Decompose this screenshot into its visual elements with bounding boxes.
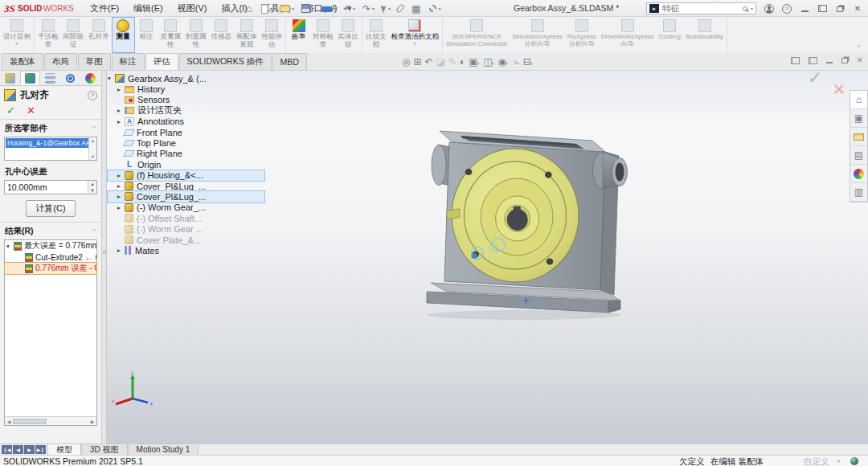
costing-button[interactable]: Costing: [657, 17, 683, 53]
unit-system-icon[interactable]: [850, 457, 858, 465]
search-dropdown-icon[interactable]: ▾: [751, 6, 753, 11]
close-button[interactable]: ✕: [849, 0, 866, 17]
feature-tree-item[interactable]: ▸ Mates: [108, 245, 264, 255]
login-button[interactable]: [760, 0, 778, 17]
options-icon[interactable]: ▾: [427, 2, 443, 16]
feature-tree-item[interactable]: ▸ (f) Housing_&<...: [108, 170, 264, 181]
zoom-area-icon[interactable]: ⊞: [413, 56, 421, 67]
results-list[interactable]: ▾ 最大误差 = 0.776mm Cut-Extrude2 ← Cover 0.…: [4, 239, 97, 426]
3dexperience-connector-button[interactable]: 3DEXPERIENCE Simulation Connector: [444, 17, 510, 53]
check-active-document-button[interactable]: 检查激活的文档 ▾: [389, 17, 442, 53]
hide-show-items-icon[interactable]: ◉▾: [497, 56, 508, 67]
view-palette-tab[interactable]: ▤: [850, 146, 867, 165]
sustainability-button[interactable]: Sustainability: [683, 17, 726, 53]
confirm-cancel-icon[interactable]: ✕: [833, 80, 845, 99]
propertymanager-tab[interactable]: [20, 71, 40, 85]
model-view-tab[interactable]: Motion Study 1: [128, 444, 199, 455]
performance-evaluation-button[interactable]: 性能评 估: [260, 17, 285, 53]
panel-splitter[interactable]: [102, 71, 107, 444]
design-study-button[interactable]: 设计算例 ▾: [1, 17, 33, 53]
section-view-icon[interactable]: ◪: [436, 56, 445, 67]
command-tab[interactable]: 标注: [112, 53, 145, 70]
expand-arrow-icon[interactable]: ▸: [117, 204, 125, 211]
new-document-icon[interactable]: ▾: [259, 2, 275, 16]
simulationxpress-button[interactable]: SimulationXpress 分析向导: [510, 17, 564, 53]
split-pane2-icon[interactable]: [809, 57, 817, 64]
doc-close-icon[interactable]: ✕: [857, 56, 863, 64]
previous-view-icon[interactable]: ↶: [425, 56, 433, 67]
split-pane-icon[interactable]: [791, 57, 800, 64]
minimize-button[interactable]: [796, 0, 813, 17]
expand-arrow-icon[interactable]: ▾: [108, 75, 115, 82]
save-icon[interactable]: ▾: [299, 2, 317, 16]
restore-button[interactable]: [831, 0, 849, 17]
measure-button[interactable]: 测量: [112, 17, 135, 53]
undo-icon[interactable]: ↶ ▾: [341, 2, 358, 16]
collapse-chevron-icon[interactable]: ⌃: [92, 228, 96, 235]
configurationmanager-tab[interactable]: [40, 71, 60, 85]
expand-arrow-icon[interactable]: ▸: [117, 118, 125, 125]
prev-tab-icon[interactable]: ◀: [13, 445, 23, 454]
command-tab[interactable]: 装配体: [2, 53, 43, 70]
floxpress-button[interactable]: FloXpress 分析向导: [565, 17, 599, 53]
expand-arrow-icon[interactable]: ▸: [117, 193, 125, 200]
design-library-tab[interactable]: ▣: [850, 109, 867, 128]
expand-arrow-icon[interactable]: ▸: [117, 247, 125, 254]
view-orientation-icon[interactable]: ▣▾: [469, 56, 480, 67]
menu-item[interactable]: 编辑(E): [126, 0, 170, 16]
feature-tree-item[interactable]: ▸ Cover_Pl&Lug_...: [108, 191, 264, 202]
open-icon[interactable]: ▾: [277, 2, 297, 16]
edit-appearance-icon[interactable]: ◐: [460, 56, 465, 67]
selected-component-item[interactable]: Housing_&-1@Gearbox Assy_&: [6, 138, 88, 148]
feature-tree-item[interactable]: Cover Plate_&...: [108, 235, 264, 245]
model-view-tab[interactable]: 模型: [47, 444, 81, 455]
deviation-input[interactable]: 10.000mm ▲▼: [4, 180, 97, 194]
redo-icon[interactable]: ↷ ▾: [360, 2, 377, 16]
driveworksxpress-button[interactable]: DriveWorksXpress 向导: [599, 17, 657, 53]
feature-tree-item[interactable]: ▸ 设计活页夹: [108, 105, 264, 116]
dynamic-annotation-icon[interactable]: ✎: [448, 56, 457, 67]
dock-button[interactable]: [813, 0, 831, 17]
command-tab[interactable]: 评估: [145, 53, 178, 70]
feature-tree-item[interactable]: (-) Offset Shaft...: [108, 213, 264, 223]
command-tab[interactable]: SOLIDWORKS 插件: [179, 53, 272, 70]
solidworks-resources-tab[interactable]: ⌂: [850, 91, 867, 109]
model-view-tab[interactable]: 3D 视图: [81, 444, 128, 455]
symmetry-check-button[interactable]: 对称检 查: [310, 17, 336, 53]
dimxpertmanager-tab[interactable]: [60, 71, 80, 85]
home-icon[interactable]: ⌂: [244, 2, 256, 16]
feature-tree-item[interactable]: Front Plane: [108, 127, 264, 137]
ok-button[interactable]: ✓: [6, 104, 15, 117]
results-horizontal-scrollbar[interactable]: ◀▶: [5, 416, 96, 425]
section-properties-button[interactable]: 剖面属 性: [183, 17, 209, 53]
spinner-control[interactable]: ▲▼: [88, 181, 96, 194]
feature-tree-item[interactable]: Sensors: [108, 95, 264, 105]
sensor-button[interactable]: 传感器: [209, 17, 235, 53]
result-item[interactable]: 0.776mm 误差 - Cut-E: [5, 263, 96, 274]
appearances-scenes-tab[interactable]: [850, 165, 867, 183]
print-icon[interactable]: ▾: [319, 2, 338, 16]
status-dropdown-icon[interactable]: ▾: [837, 458, 840, 464]
search-box[interactable]: ▸ 特征 ▾: [646, 2, 756, 14]
view-settings-icon[interactable]: ⊟▾: [523, 56, 534, 67]
compare-documents-button[interactable]: 比较文 档: [363, 17, 389, 53]
apply-scene-icon[interactable]: ◑▾: [512, 56, 520, 67]
feature-tree-item[interactable]: ▾ Gearbox Assy_& (...: [108, 73, 264, 84]
collapse-chevron-icon[interactable]: ⌃: [92, 125, 96, 132]
calculate-button[interactable]: 计算(C): [26, 200, 76, 217]
cancel-button[interactable]: ✕: [27, 104, 35, 117]
compare-entities-button[interactable]: 实体比 较: [336, 17, 362, 53]
result-item[interactable]: ▾ 最大误差 = 0.776mm: [5, 240, 96, 251]
clearance-verify-button[interactable]: 间隙验 证: [61, 17, 87, 53]
feature-tree-item[interactable]: ▸ (-) Worm Gear_...: [108, 202, 264, 213]
custom-status-label[interactable]: 自定义: [804, 456, 829, 466]
display-style-icon[interactable]: ◫▾: [483, 56, 494, 67]
feature-tree-item[interactable]: ▸ A Annotations: [108, 117, 264, 127]
first-tab-icon[interactable]: ❙◀: [2, 445, 12, 454]
file-explorer-tab[interactable]: [850, 128, 867, 146]
command-tab[interactable]: MBD: [272, 53, 307, 70]
expand-arrow-icon[interactable]: ▸: [117, 86, 125, 93]
feature-tree-item[interactable]: ▸ History: [108, 84, 264, 94]
select-icon[interactable]: ▾: [379, 2, 393, 16]
expand-arrow-icon[interactable]: ▸: [117, 182, 125, 190]
